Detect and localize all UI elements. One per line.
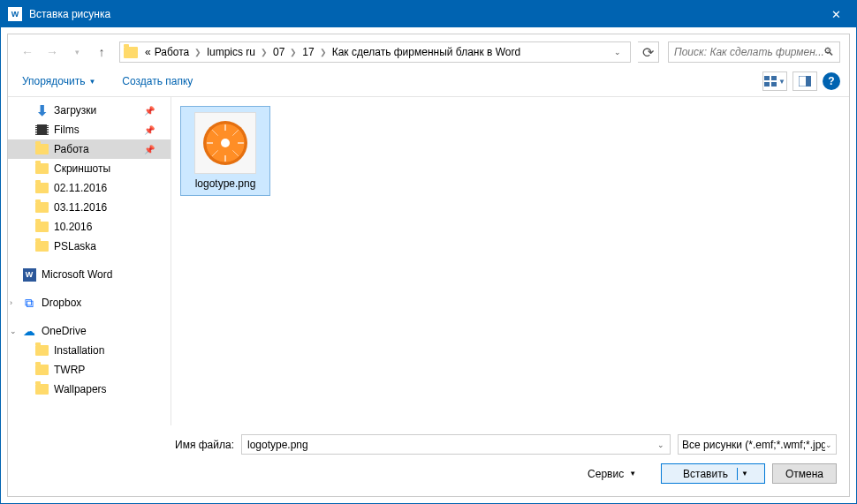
newfolder-label: Создать папку [122, 75, 193, 87]
sidebar-item-date2[interactable]: 03.11.2016 [8, 198, 171, 217]
chevron-down-icon[interactable]: ⌄ [652, 440, 670, 449]
breadcrumb-item[interactable]: lumpics ru [205, 46, 257, 58]
organize-label: Упорядочить [22, 75, 85, 87]
chevron-down-icon: ⌄ [825, 440, 832, 449]
folder-icon [34, 200, 49, 214]
folder-icon [34, 343, 49, 357]
sidebar-item-label: 02.11.2016 [54, 182, 107, 194]
chevron-right-icon[interactable]: ❯ [257, 48, 271, 56]
refresh-button[interactable]: ⟳ [638, 41, 659, 63]
folder-icon [34, 239, 49, 253]
chevron-right-icon[interactable]: › [10, 298, 12, 307]
folder-icon [34, 220, 49, 234]
view-mode-button[interactable]: ▼ [762, 71, 787, 91]
file-thumbnail [194, 112, 256, 174]
tools-button[interactable]: Сервис ▼ [588, 468, 636, 480]
cancel-label: Отмена [785, 468, 823, 480]
pin-icon: 📌 [144, 125, 155, 135]
back-button[interactable]: ← [17, 41, 38, 63]
breadcrumb-item[interactable]: Работа [153, 46, 192, 58]
file-name-label: logotype.png [195, 177, 256, 190]
chevron-down-icon[interactable]: ⌄ [609, 48, 626, 56]
breadcrumb-item[interactable]: 17 [300, 46, 315, 58]
cancel-button[interactable]: Отмена [772, 463, 837, 484]
sidebar-item-label: 10.2016 [54, 221, 92, 233]
sidebar-item-pslaska[interactable]: PSLaska [8, 237, 171, 256]
folder-icon [34, 162, 49, 176]
word-app-icon: W [8, 7, 22, 21]
button-row: Сервис ▼ Вставить ▼ Отмена [20, 463, 837, 484]
help-button[interactable]: ? [823, 72, 840, 90]
sidebar-item-twrp[interactable]: TWRP [8, 360, 171, 380]
search-box: 🔍︎ [668, 41, 840, 63]
recent-dropdown[interactable]: ▾ [66, 41, 87, 63]
sidebar-item-label: OneDrive [42, 325, 87, 337]
downloads-icon: ⬇ [34, 103, 49, 117]
folder-icon [34, 142, 49, 156]
sidebar-item-onedrive[interactable]: ⌄ ☁ OneDrive [8, 321, 171, 341]
sidebar-item-label: Скриншоты [54, 162, 110, 175]
sidebar-item-label: Films [54, 124, 80, 136]
sidebar-item-wallpapers[interactable]: Wallpapers [8, 380, 171, 399]
main-area: ⬇ Загрузки 📌 Films 📌 Работа 📌 Скриншоты [8, 97, 849, 425]
dropbox-icon: ⧉ [22, 296, 36, 310]
sidebar-item-label: Wallpapers [54, 383, 107, 395]
sidebar-item-label: Загрузки [54, 104, 96, 117]
sidebar-item-rabota[interactable]: Работа 📌 [8, 139, 171, 159]
sidebar-item-label: 03.11.2016 [54, 201, 107, 214]
film-icon [34, 123, 49, 137]
filename-row: Имя файла: ⌄ Все рисунки (*.emf;*.wmf;*.… [20, 434, 837, 455]
insert-label: Вставить [674, 468, 738, 480]
forward-button[interactable]: → [42, 41, 63, 63]
sidebar-item-dropbox[interactable]: › ⧉ Dropbox [8, 293, 171, 312]
sidebar-item-downloads[interactable]: ⬇ Загрузки 📌 [8, 101, 171, 120]
insert-button[interactable]: Вставить ▼ [661, 463, 765, 484]
sidebar-item-label: Работа [54, 143, 89, 155]
search-icon[interactable]: 🔍︎ [823, 46, 834, 58]
dialog-title: Вставка рисунка [29, 8, 815, 20]
close-button[interactable]: ✕ [815, 1, 856, 27]
insert-dropdown-arrow[interactable]: ▼ [738, 470, 752, 478]
up-button[interactable]: ↑ [91, 41, 112, 63]
breadcrumb-bar[interactable]: « Работа ❯ lumpics ru ❯ 07 ❯ 17 ❯ Как сд… [119, 41, 631, 63]
folder-icon [34, 181, 49, 195]
sidebar-item-installation[interactable]: Installation [8, 341, 171, 360]
sidebar-item-date1[interactable]: 02.11.2016 [8, 178, 171, 198]
navigation-sidebar: ⬇ Загрузки 📌 Films 📌 Работа 📌 Скриншоты [8, 97, 171, 425]
sidebar-item-screenshots[interactable]: Скриншоты [8, 159, 171, 178]
new-folder-button[interactable]: Создать папку [117, 71, 198, 91]
filename-input[interactable] [242, 435, 652, 454]
organize-button[interactable]: Упорядочить ▼ [17, 71, 101, 91]
breadcrumb-prefix[interactable]: « [143, 46, 153, 58]
sidebar-item-films[interactable]: Films 📌 [8, 120, 171, 139]
toolbar: Упорядочить ▼ Создать папку ▼ ? [8, 68, 849, 97]
chevron-down-icon: ▼ [88, 78, 95, 86]
preview-pane-button[interactable] [793, 71, 817, 91]
titlebar: W Вставка рисунка ✕ [1, 1, 856, 27]
address-bar: ← → ▾ ↑ « Работа ❯ lumpics ru ❯ 07 ❯ 17 … [8, 34, 849, 68]
file-view-area[interactable]: logotype.png [171, 97, 849, 425]
filetype-select[interactable]: Все рисунки (*.emf;*.wmf;*.jpg ⌄ [678, 434, 837, 455]
chevron-down-icon: ▼ [778, 78, 785, 86]
sidebar-item-label: PSLaska [54, 240, 96, 252]
sidebar-item-msword[interactable]: W Microsoft Word [8, 265, 171, 284]
filetype-label: Все рисунки (*.emf;*.wmf;*.jpg [682, 439, 825, 451]
svg-rect-5 [806, 76, 811, 87]
onedrive-icon: ☁ [22, 324, 36, 338]
sidebar-item-label: Dropbox [42, 297, 81, 309]
breadcrumb-item[interactable]: Как сделать фирменный бланк в Word [330, 46, 523, 58]
sidebar-item-date3[interactable]: 10.2016 [8, 217, 171, 237]
pin-icon: 📌 [144, 145, 155, 154]
folder-icon [34, 382, 49, 396]
folder-icon [34, 363, 49, 377]
chevron-right-icon[interactable]: ❯ [191, 48, 205, 56]
search-input[interactable] [674, 46, 823, 58]
sidebar-item-label: Installation [54, 344, 104, 357]
chevron-right-icon[interactable]: ❯ [316, 48, 330, 56]
chevron-down-icon[interactable]: ⌄ [10, 327, 17, 335]
svg-rect-0 [764, 76, 770, 80]
file-item-selected[interactable]: logotype.png [180, 106, 270, 196]
bottom-panel: Имя файла: ⌄ Все рисунки (*.emf;*.wmf;*.… [8, 425, 849, 496]
breadcrumb-item[interactable]: 07 [271, 46, 286, 58]
chevron-right-icon[interactable]: ❯ [286, 48, 300, 56]
